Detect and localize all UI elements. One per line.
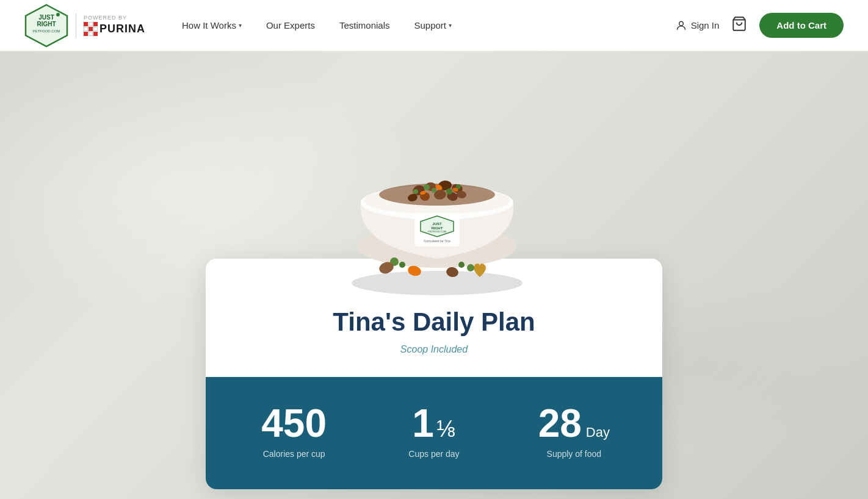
nav-right: Sign In Add to Cart [675,13,844,38]
powered-by-text: POWERED BY [84,15,127,21]
calories-label: Calories per cup [230,449,358,459]
bowl-svg: JUST RIGHT PETFOOD.COM Formulated for Ti… [324,100,544,295]
calories-stat: 450 Calories per cup [230,404,358,459]
supply-unit: Day [586,426,610,439]
svg-point-40 [467,264,474,271]
svg-text:PETFOOD.COM: PETFOOD.COM [33,29,60,33]
purina-grid-icon [84,22,98,36]
sign-in-button[interactable]: Sign In [675,20,720,32]
navbar: JUST RIGHT PETFOOD.COM POWERED BY [0,0,868,51]
powered-by-area: POWERED BY PURINA [84,15,145,36]
nav-how-it-works[interactable]: How It Works ▾ [182,20,242,31]
svg-text:RIGHT: RIGHT [37,21,56,27]
svg-text:JUST: JUST [38,14,54,21]
bowl-image-area: JUST RIGHT PETFOOD.COM Formulated for Ti… [206,100,662,295]
svg-point-41 [458,262,465,268]
plan-title: Tina's Daily Plan [230,307,638,337]
support-chevron-icon: ▾ [449,22,452,29]
svg-point-23 [432,188,436,193]
card-stats: 450 Calories per cup 1 ⅛ Cups per day 28 [206,377,662,489]
svg-point-36 [399,262,405,268]
svg-text:Formulated for Tina: Formulated for Tina [424,239,450,243]
page-background: JUST RIGHT PETFOOD.COM Formulated for Ti… [0,51,868,499]
supply-label: Supply of food [510,449,638,459]
svg-point-7 [352,271,523,295]
svg-point-25 [413,189,418,194]
logo-divider [76,13,76,38]
person-icon [675,20,687,32]
svg-point-22 [446,188,452,195]
purina-label: PURINA [99,23,145,35]
supply-stat: 28 Day Supply of food [510,404,638,459]
cups-stat: 1 ⅛ Cups per day [370,404,497,459]
svg-point-21 [424,184,430,190]
svg-point-5 [679,21,683,26]
cart-icon [731,16,747,32]
plan-card-container: JUST RIGHT PETFOOD.COM Formulated for Ti… [206,100,662,489]
cart-button[interactable] [731,16,747,35]
svg-text:JUST: JUST [432,222,442,226]
svg-point-4 [56,13,60,16]
svg-text:PETFOOD.COM: PETFOOD.COM [428,230,446,233]
add-to-cart-button[interactable]: Add to Cart [759,13,844,38]
just-right-logo: JUST RIGHT PETFOOD.COM [24,4,68,48]
nav-our-experts[interactable]: Our Experts [266,20,315,31]
nav-testimonials[interactable]: Testimonials [339,20,390,31]
nav-links: How It Works ▾ Our Experts Testimonials … [182,20,675,31]
cups-fraction: ⅛ [436,417,456,440]
cups-value: 1 ⅛ [370,404,497,443]
bowl-image: JUST RIGHT PETFOOD.COM Formulated for Ti… [324,100,544,295]
calories-value: 450 [230,404,358,443]
supply-value: 28 Day [510,404,638,443]
how-it-works-chevron-icon: ▾ [239,22,242,29]
cups-label: Cups per day [370,449,497,459]
logo-area: JUST RIGHT PETFOOD.COM POWERED BY [24,4,145,48]
purina-logo: PURINA [84,22,145,36]
nav-support[interactable]: Support ▾ [414,20,452,31]
scoop-included-label: Scoop Included [230,344,638,355]
